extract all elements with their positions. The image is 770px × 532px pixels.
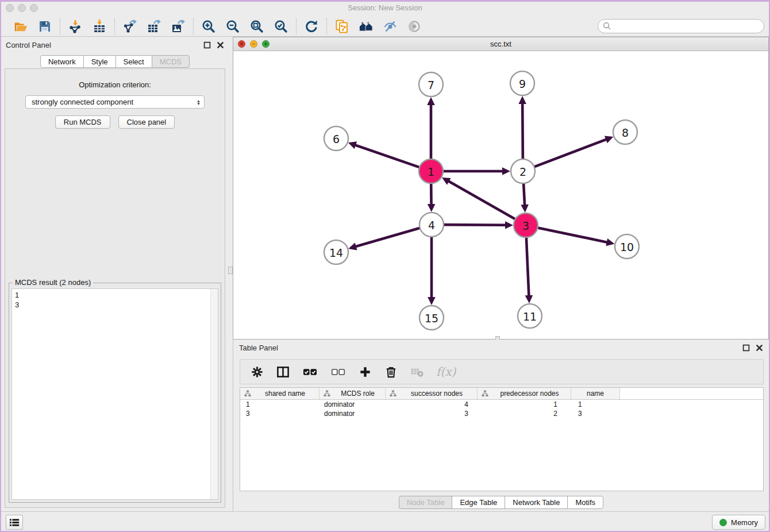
table-row: 3dominator323 xyxy=(240,409,763,418)
table-panel-header: Table Panel xyxy=(233,340,769,357)
save-session-icon[interactable] xyxy=(37,19,52,34)
hide-graphics-details-icon[interactable] xyxy=(383,19,398,34)
column-header-label: successor nodes xyxy=(396,390,477,398)
zoom-selected-icon[interactable] xyxy=(274,19,288,34)
node-label-4: 4 xyxy=(428,219,435,232)
column-header-mcds-role[interactable]: MCDS role xyxy=(319,388,386,399)
show-graphics-details-icon[interactable] xyxy=(407,19,422,34)
table-cell[interactable]: 3 xyxy=(386,410,478,418)
gear-icon[interactable] xyxy=(251,365,264,379)
fx-label: f(x) xyxy=(436,365,456,379)
network-canvas[interactable]: 7968124314101511 xyxy=(233,51,768,339)
task-history-button[interactable] xyxy=(6,515,23,530)
node-label-2: 2 xyxy=(519,165,526,178)
panel-splitter-handle[interactable] xyxy=(228,267,233,274)
tab-network[interactable]: Network xyxy=(40,55,84,68)
table-cell[interactable]: 2 xyxy=(478,410,571,418)
toolbar-group xyxy=(327,19,429,34)
edge-2-9[interactable] xyxy=(522,102,523,160)
delete-row-icon[interactable] xyxy=(384,365,398,379)
clone-network-icon[interactable] xyxy=(334,19,349,34)
table-cell[interactable]: 1 xyxy=(478,400,571,408)
edge-4-3[interactable] xyxy=(442,225,507,225)
column-view-icon[interactable] xyxy=(276,365,290,379)
export-image-icon[interactable] xyxy=(171,19,186,34)
column-header-shared-name[interactable]: shared name xyxy=(240,388,319,399)
home-icon[interactable] xyxy=(359,19,374,34)
add-row-icon[interactable] xyxy=(359,365,372,379)
mcds-panel: Optimization criterion: strongly connect… xyxy=(5,68,225,508)
toolbar-group xyxy=(6,19,60,34)
close-table-panel-icon[interactable] xyxy=(756,344,763,352)
tab-select[interactable]: Select xyxy=(116,55,152,68)
zoom-in-icon[interactable] xyxy=(201,19,216,34)
node-label-3: 3 xyxy=(522,219,529,232)
search-box[interactable] xyxy=(598,19,764,33)
table-cell[interactable]: 3 xyxy=(240,410,319,418)
tree-icon xyxy=(319,390,330,397)
main-toolbar xyxy=(0,16,770,37)
search-input[interactable] xyxy=(614,22,759,30)
edge-1-6[interactable] xyxy=(354,145,421,168)
arrowhead-icon xyxy=(427,97,435,105)
tab-motifs[interactable]: Motifs xyxy=(567,496,603,509)
control-panel-title: Control Panel xyxy=(6,41,51,49)
network-window-titlebar[interactable]: × − + scc.txt xyxy=(233,37,768,51)
refresh-view-icon[interactable] xyxy=(304,19,319,34)
arrowhead-icon xyxy=(428,204,436,212)
result-scrollbar[interactable] xyxy=(210,289,218,499)
select-all-icon[interactable] xyxy=(302,365,318,379)
column-header-predecessor-nodes[interactable]: predecessor nodes xyxy=(478,388,571,399)
table-cell[interactable]: 4 xyxy=(386,400,478,408)
optimization-criterion-label: Optimization criterion: xyxy=(5,80,225,89)
memory-label: Memory xyxy=(731,518,758,527)
table-cell[interactable]: 1 xyxy=(571,400,620,408)
tab-network-table[interactable]: Network Table xyxy=(505,496,568,509)
zoom-out-icon[interactable] xyxy=(225,19,240,34)
edge-4-14[interactable] xyxy=(355,228,421,247)
table-cell[interactable]: 1 xyxy=(240,400,319,408)
import-network-icon[interactable] xyxy=(68,19,83,34)
tab-node-table[interactable]: Node Table xyxy=(399,496,453,509)
node-label-9: 9 xyxy=(519,78,526,90)
memory-button[interactable]: Memory xyxy=(712,515,765,530)
unselect-all-icon[interactable] xyxy=(330,365,346,379)
export-table-icon[interactable] xyxy=(147,19,161,34)
float-panel-icon[interactable] xyxy=(203,41,211,49)
toolbar-group xyxy=(60,19,114,34)
arrowhead-icon xyxy=(348,141,357,149)
node-label-10: 10 xyxy=(620,241,634,253)
edge-3-1[interactable] xyxy=(448,180,517,219)
tab-edge-table[interactable]: Edge Table xyxy=(452,496,505,509)
tab-mcds[interactable]: MCDS xyxy=(152,55,190,68)
arrowhead-icon xyxy=(348,243,357,250)
tab-bar: NetworkStyleSelectMCDS xyxy=(40,55,190,68)
tab-style[interactable]: Style xyxy=(83,55,116,68)
edge-2-3[interactable] xyxy=(523,182,525,206)
column-header-label: shared name xyxy=(251,390,319,398)
zoom-fit-icon[interactable] xyxy=(249,19,264,34)
close-panel-button[interactable]: Close panel xyxy=(118,115,175,129)
column-header-label: MCDS role xyxy=(330,390,385,398)
mcds-result-textarea[interactable]: 1 3 xyxy=(11,288,218,500)
node-label-8: 8 xyxy=(622,126,629,139)
open-file-icon[interactable] xyxy=(13,19,28,34)
node-label-6: 6 xyxy=(333,133,340,145)
node-label-1: 1 xyxy=(428,165,434,178)
edge-3-10[interactable] xyxy=(537,228,609,242)
column-header-name[interactable]: name xyxy=(571,388,620,399)
criterion-select[interactable]: strongly connected component ▲▼ xyxy=(25,95,205,109)
table-cell[interactable]: dominator xyxy=(319,410,386,418)
close-panel-icon[interactable] xyxy=(217,41,224,49)
run-mcds-button[interactable]: Run MCDS xyxy=(55,115,110,129)
edge-2-8[interactable] xyxy=(533,139,607,167)
table-cell[interactable]: 3 xyxy=(571,410,620,418)
edge-3-11[interactable] xyxy=(526,236,529,297)
float-table-panel-icon[interactable] xyxy=(742,344,750,352)
tree-icon xyxy=(478,390,488,397)
import-table-icon[interactable] xyxy=(92,19,107,34)
table-cell[interactable]: dominator xyxy=(319,400,386,408)
table-toolbar: f(x) xyxy=(240,359,764,384)
column-header-successor-nodes[interactable]: successor nodes xyxy=(386,388,478,399)
export-network-icon[interactable] xyxy=(122,19,137,34)
